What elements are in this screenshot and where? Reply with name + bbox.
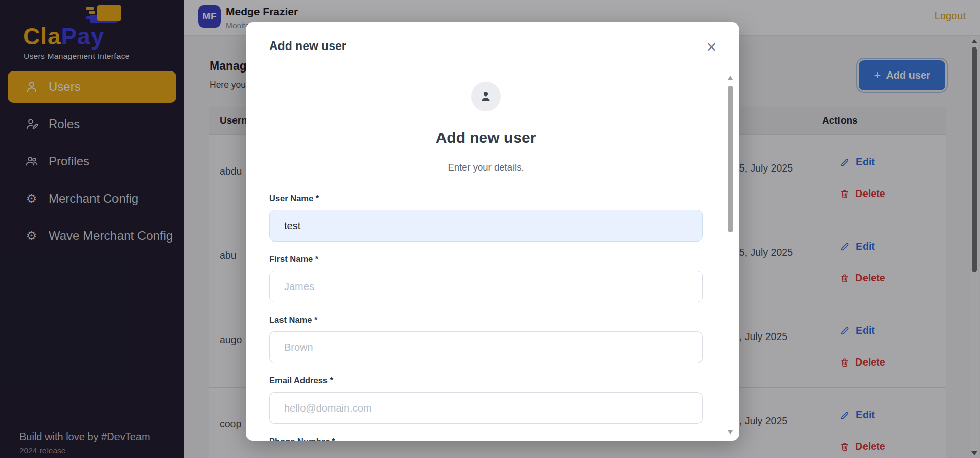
modal-title: Add new user bbox=[269, 39, 346, 53]
user-icon bbox=[479, 89, 493, 104]
field-input[interactable] bbox=[269, 271, 703, 302]
field-input[interactable] bbox=[269, 392, 703, 424]
form-field: Phone Number * bbox=[269, 437, 703, 441]
modal-scroll-down-arrow[interactable] bbox=[728, 430, 733, 435]
add-user-form: User Name * First Name * Last Name * Ema… bbox=[269, 194, 703, 441]
form-field: Last Name * bbox=[269, 315, 703, 363]
modal-avatar bbox=[471, 82, 501, 111]
field-label: Phone Number * bbox=[269, 437, 703, 441]
add-user-modal: Add new user ✕ Add new user Enter your d… bbox=[246, 22, 739, 441]
field-label: First Name * bbox=[269, 254, 703, 264]
modal-heading: Add new user bbox=[269, 129, 703, 147]
field-label: User Name * bbox=[269, 194, 703, 203]
modal-scrollbar-thumb[interactable] bbox=[728, 86, 733, 232]
close-icon[interactable]: ✕ bbox=[706, 41, 717, 54]
modal-subheading: Enter your details. bbox=[269, 162, 703, 173]
form-field: User Name * bbox=[269, 194, 703, 242]
field-input[interactable] bbox=[269, 210, 703, 242]
field-input[interactable] bbox=[269, 331, 703, 363]
field-label: Last Name * bbox=[269, 315, 703, 325]
form-field: First Name * bbox=[269, 254, 703, 302]
modal-scroll-up-arrow[interactable] bbox=[728, 76, 733, 80]
modal-scrollbar[interactable] bbox=[728, 71, 733, 437]
field-label: Email Address * bbox=[269, 376, 703, 385]
modal-body: Add new user Enter your details. User Na… bbox=[246, 54, 739, 441]
form-field: Email Address * bbox=[269, 376, 703, 424]
